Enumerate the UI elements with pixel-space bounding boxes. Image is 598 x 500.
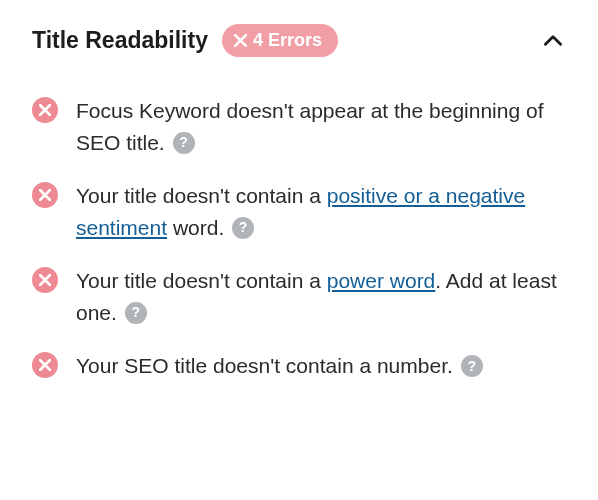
badge-text: 4 Errors [253, 30, 322, 51]
item-text: Your title doesn't contain a power word.… [76, 265, 566, 328]
section-header: Title Readability 4 Errors [32, 24, 566, 57]
item-post: word. [167, 216, 224, 239]
help-icon[interactable]: ? [232, 217, 254, 239]
error-icon [32, 267, 58, 293]
error-icon [32, 352, 58, 378]
help-icon[interactable]: ? [461, 355, 483, 377]
item-pre: Your SEO title doesn't contain a number. [76, 354, 453, 377]
item-text: Your title doesn't contain a positive or… [76, 180, 566, 243]
help-icon[interactable]: ? [173, 132, 195, 154]
item-link[interactable]: power word [327, 269, 436, 292]
list-item: Focus Keyword doesn't appear at the begi… [32, 95, 566, 158]
item-pre: Focus Keyword doesn't appear at the begi… [76, 99, 544, 154]
collapse-toggle[interactable] [540, 28, 566, 54]
close-icon [234, 34, 247, 47]
error-count-badge: 4 Errors [222, 24, 338, 57]
list-item: Your SEO title doesn't contain a number.… [32, 350, 566, 382]
error-icon [32, 97, 58, 123]
item-pre: Your title doesn't contain a [76, 269, 327, 292]
error-list: Focus Keyword doesn't appear at the begi… [32, 95, 566, 382]
list-item: Your title doesn't contain a power word.… [32, 265, 566, 328]
item-text: Your SEO title doesn't contain a number.… [76, 350, 483, 382]
error-icon [32, 182, 58, 208]
section-title: Title Readability [32, 27, 208, 54]
list-item: Your title doesn't contain a positive or… [32, 180, 566, 243]
item-pre: Your title doesn't contain a [76, 184, 327, 207]
item-text: Focus Keyword doesn't appear at the begi… [76, 95, 566, 158]
help-icon[interactable]: ? [125, 302, 147, 324]
